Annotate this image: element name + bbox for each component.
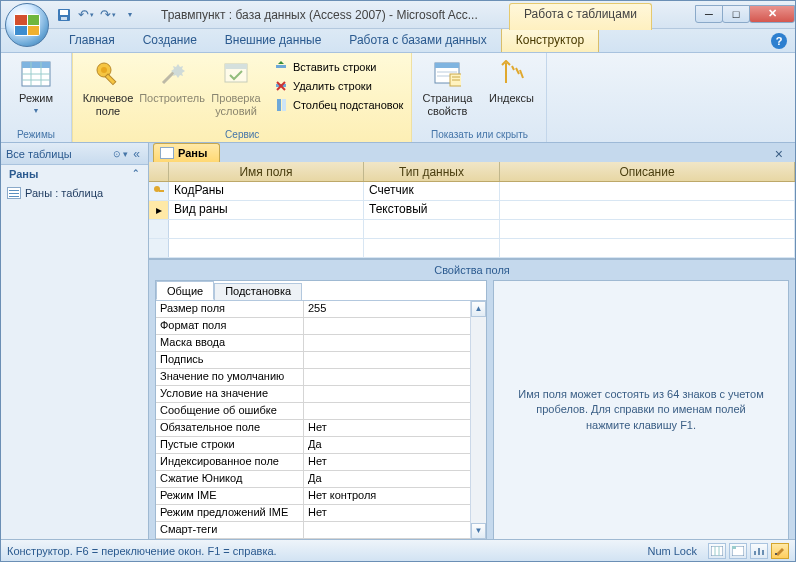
- col-header-desc[interactable]: Описание: [500, 162, 795, 181]
- object-tab[interactable]: Раны: [153, 143, 220, 162]
- nav-group-header[interactable]: Раны ⌃: [1, 165, 148, 183]
- scrollbar[interactable]: ▲▼: [470, 301, 486, 539]
- col-header-name[interactable]: Имя поля: [169, 162, 364, 181]
- svg-rect-36: [758, 548, 760, 555]
- property-row[interactable]: Подпись: [156, 352, 486, 369]
- key-icon: [92, 58, 124, 90]
- tab-lookup[interactable]: Подстановка: [214, 283, 302, 300]
- key-icon: [153, 185, 165, 197]
- field-row-empty[interactable]: [149, 239, 795, 258]
- tab-home[interactable]: Главная: [55, 28, 129, 52]
- svg-point-10: [101, 67, 107, 73]
- property-row[interactable]: Пустые строкиДа: [156, 437, 486, 454]
- navpane-header[interactable]: Все таблицы ⊙ ▾ «: [1, 143, 148, 165]
- primary-key-button[interactable]: Ключевое поле: [77, 55, 139, 120]
- delete-row-icon: [273, 78, 289, 94]
- tab-create[interactable]: Создание: [129, 28, 211, 52]
- navpane-filter-icon[interactable]: ⊙ ▾: [111, 149, 131, 159]
- property-row[interactable]: Формат поля: [156, 318, 486, 335]
- svg-rect-20: [282, 99, 286, 111]
- builder-button[interactable]: Построитель: [141, 55, 203, 108]
- property-sheet-button[interactable]: Страница свойств: [416, 55, 478, 120]
- indexes-button[interactable]: Индексы: [480, 55, 542, 108]
- svg-rect-29: [159, 190, 164, 192]
- svg-rect-38: [775, 553, 777, 555]
- svg-rect-14: [225, 64, 247, 69]
- window-title: Травмпункт : база данных (Access 2007) -…: [161, 8, 478, 22]
- pivot-chart-view-button[interactable]: [750, 543, 768, 559]
- minimize-button[interactable]: ─: [695, 5, 723, 23]
- scroll-up-icon[interactable]: ▲: [471, 301, 486, 317]
- svg-rect-19: [277, 99, 281, 111]
- save-icon[interactable]: [55, 6, 73, 24]
- property-row[interactable]: Режим IMEНет контроля: [156, 488, 486, 505]
- property-row[interactable]: Условие на значение: [156, 386, 486, 403]
- datasheet-icon: [20, 58, 52, 90]
- tab-external-data[interactable]: Внешние данные: [211, 28, 336, 52]
- close-tab-icon[interactable]: ×: [771, 146, 787, 162]
- office-button[interactable]: [5, 3, 49, 47]
- property-sheet-icon: [431, 58, 463, 90]
- property-row[interactable]: Размер поля255: [156, 301, 486, 318]
- content-area: Все таблицы ⊙ ▾ « Раны ⌃ Раны : таблица …: [1, 143, 795, 539]
- group-tools: Ключевое поле Построитель Проверка услов…: [72, 53, 412, 142]
- property-help-pane: Имя поля может состоять из 64 знаков с у…: [493, 280, 789, 539]
- datasheet-view-button[interactable]: [708, 543, 726, 559]
- context-tab-caption: Работа с таблицами: [509, 3, 652, 30]
- svg-rect-4: [22, 62, 50, 68]
- property-row[interactable]: Режим предложений IMEНет: [156, 505, 486, 522]
- validation-icon: [220, 58, 252, 90]
- redo-icon[interactable]: ↷▾: [99, 6, 117, 24]
- ribbon-tab-strip: Главная Создание Внешние данные Работа с…: [1, 29, 795, 53]
- tab-design[interactable]: Конструктор: [501, 27, 599, 52]
- help-icon[interactable]: ?: [771, 33, 787, 49]
- object-tab-strip: Раны ×: [149, 143, 795, 162]
- insert-rows-button[interactable]: Вставить строки: [269, 58, 407, 76]
- table-design-grid: Имя поля Тип данных Описание КодРаны Сче…: [149, 162, 795, 539]
- indexes-icon: [495, 58, 527, 90]
- status-bar: Конструктор. F6 = переключение окон. F1 …: [1, 539, 795, 561]
- col-header-type[interactable]: Тип данных: [364, 162, 500, 181]
- undo-icon[interactable]: ↶▾: [77, 6, 95, 24]
- field-row[interactable]: КодРаны Счетчик: [149, 182, 795, 201]
- main-area: Раны × Имя поля Тип данных Описание КодР…: [149, 143, 795, 539]
- lookup-icon: [273, 97, 289, 113]
- row-selector-header[interactable]: [149, 162, 169, 181]
- maximize-button[interactable]: □: [722, 5, 750, 23]
- property-row[interactable]: Значение по умолчанию: [156, 369, 486, 386]
- row-selector[interactable]: [149, 182, 169, 200]
- wand-icon: [156, 58, 188, 90]
- row-selector[interactable]: ▸: [149, 201, 169, 219]
- property-row[interactable]: Маска ввода: [156, 335, 486, 352]
- qat-customize-icon[interactable]: ▾: [121, 6, 139, 24]
- group-views: Режим ▼ Режимы: [1, 53, 72, 142]
- pivot-table-view-button[interactable]: [729, 543, 747, 559]
- navpane-collapse-icon[interactable]: «: [130, 147, 143, 161]
- property-row[interactable]: Индексированное полеНет: [156, 454, 486, 471]
- properties-pane: Свойства поля Общие Подстановка Размер п…: [149, 258, 795, 539]
- test-rules-button[interactable]: Проверка условий: [205, 55, 267, 120]
- collapse-group-icon[interactable]: ⌃: [132, 168, 140, 180]
- tab-general[interactable]: Общие: [156, 281, 214, 300]
- field-row[interactable]: ▸ Вид раны Текстовый: [149, 201, 795, 220]
- view-button[interactable]: Режим ▼: [5, 55, 67, 118]
- insert-row-icon: [273, 59, 289, 75]
- property-row[interactable]: Сжатие ЮникодДа: [156, 471, 486, 488]
- nav-table-item[interactable]: Раны : таблица: [1, 183, 148, 203]
- design-view-button[interactable]: [771, 543, 789, 559]
- lookup-column-button[interactable]: Столбец подстановок: [269, 96, 407, 114]
- access-window: ↶▾ ↷▾ ▾ Травмпункт : база данных (Access…: [0, 0, 796, 562]
- property-grid: Общие Подстановка Размер поля255Формат п…: [155, 280, 487, 539]
- tab-database-tools[interactable]: Работа с базами данных: [335, 28, 500, 52]
- property-row[interactable]: Обязательное полеНет: [156, 420, 486, 437]
- svg-rect-35: [754, 551, 756, 555]
- titlebar: ↶▾ ↷▾ ▾ Травмпункт : база данных (Access…: [1, 1, 795, 29]
- numlock-indicator: Num Lock: [647, 545, 697, 557]
- delete-rows-button[interactable]: Удалить строки: [269, 77, 407, 95]
- field-row-empty[interactable]: [149, 220, 795, 239]
- property-row[interactable]: Смарт-теги: [156, 522, 486, 539]
- property-row[interactable]: Сообщение об ошибке: [156, 403, 486, 420]
- svg-rect-30: [711, 546, 723, 556]
- close-button[interactable]: ✕: [749, 5, 795, 23]
- scroll-down-icon[interactable]: ▼: [471, 523, 486, 539]
